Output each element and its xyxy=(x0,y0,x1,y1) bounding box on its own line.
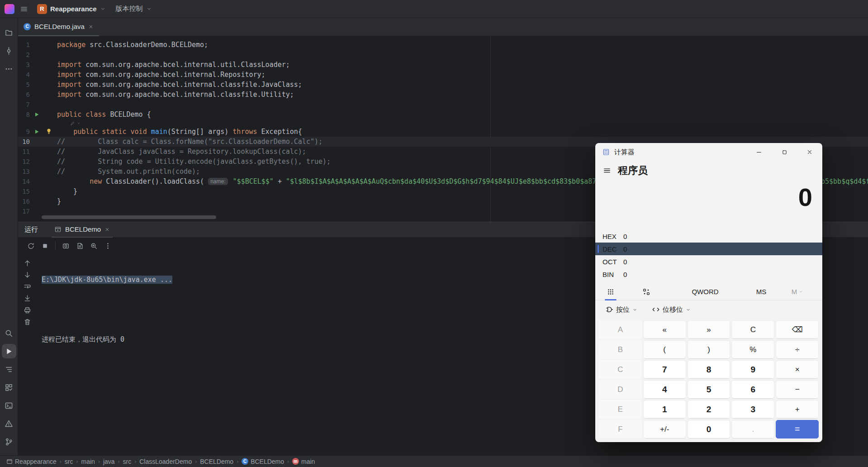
line-number[interactable]: 10 xyxy=(18,137,30,147)
line-number[interactable]: 8 xyxy=(18,110,30,119)
run-gutter-icon[interactable] xyxy=(33,129,40,135)
breadcrumb-item[interactable]: java xyxy=(103,458,115,465)
full-keypad-toggle[interactable] xyxy=(600,283,621,300)
breadcrumb-item[interactable]: CBCELDemo xyxy=(242,458,284,465)
line-number[interactable]: 3 xyxy=(18,60,30,70)
code-line-7[interactable]: 7 xyxy=(18,100,868,110)
calc-key-%[interactable]: % xyxy=(731,340,774,359)
memory-store-button[interactable]: MS xyxy=(743,288,779,295)
calc-key-«[interactable]: « xyxy=(643,320,686,339)
calc-key-+/-[interactable]: +/- xyxy=(643,420,686,438)
code-line-4[interactable]: 4import com.sun.org.apache.bcel.internal… xyxy=(18,70,868,80)
scroll-up-icon[interactable] xyxy=(24,259,31,267)
code-line-3[interactable]: 3import com.sun.org.apache.bcel.internal… xyxy=(18,60,868,70)
bitshift-dropdown[interactable]: 位移位 xyxy=(648,304,694,316)
line-number[interactable]: 17 xyxy=(18,206,30,216)
code-line-6[interactable]: 6import com.sun.org.apache.bcel.internal… xyxy=(18,90,868,100)
calc-key-)[interactable]: ) xyxy=(688,340,730,359)
tool-stripe-version-control-icon[interactable] xyxy=(2,434,16,449)
breadcrumb-item[interactable]: BCELDemo xyxy=(200,458,233,465)
vcs-widget[interactable]: 版本控制 xyxy=(112,3,156,15)
calc-key-9[interactable]: 9 xyxy=(731,360,774,379)
calc-maximize-button[interactable] xyxy=(772,143,797,161)
line-number[interactable]: 16 xyxy=(18,196,30,206)
capture-snapshot-icon[interactable] xyxy=(62,242,70,250)
calc-key-1[interactable]: 1 xyxy=(643,400,686,419)
tool-stripe-commit-icon[interactable] xyxy=(2,43,16,58)
breadcrumb-item[interactable]: main xyxy=(81,458,95,465)
tool-stripe-problems-icon[interactable] xyxy=(2,416,16,431)
line-number[interactable]: 9 xyxy=(18,127,30,137)
breadcrumb-item[interactable]: Reappearance xyxy=(6,458,57,465)
editor-tab-bceldemo[interactable]: C BCELDemo.java xyxy=(18,18,99,36)
tool-stripe-services-icon[interactable] xyxy=(2,380,16,395)
clear-all-icon[interactable] xyxy=(24,318,31,326)
calc-menu-button[interactable] xyxy=(598,162,616,179)
code-line-1[interactable]: 1package src.ClassLoaderDemo.BCELDemo; xyxy=(18,40,868,50)
line-number[interactable]: 1 xyxy=(18,40,30,50)
code-line-9[interactable]: 9 public static void main(String[] args)… xyxy=(18,127,868,137)
scroll-to-end-icon[interactable] xyxy=(24,295,31,302)
breadcrumb-item[interactable]: ClassLoaderDemo xyxy=(139,458,192,465)
horizontal-scrollbar[interactable] xyxy=(42,215,216,219)
calc-key-−[interactable]: − xyxy=(776,380,819,399)
stop-icon[interactable] xyxy=(41,242,49,250)
radix-row-bin[interactable]: BIN0 xyxy=(595,268,822,281)
calc-key-.[interactable]: . xyxy=(731,420,774,438)
code-line-5[interactable]: 5import com.sun.org.apache.bcel.internal… xyxy=(18,80,868,90)
calc-key-3[interactable]: 3 xyxy=(731,400,774,419)
calc-key-C[interactable]: C xyxy=(731,320,774,339)
breadcrumb-item[interactable]: mmain xyxy=(292,458,315,465)
calc-key-([interactable]: ( xyxy=(643,340,686,359)
code-line-2[interactable]: 2 xyxy=(18,50,868,60)
print-icon[interactable] xyxy=(24,306,31,314)
radix-row-hex[interactable]: HEX0 xyxy=(595,230,822,243)
line-number[interactable]: 4 xyxy=(18,70,30,80)
line-number[interactable]: 11 xyxy=(18,147,30,157)
tool-stripe-project-icon[interactable] xyxy=(2,25,16,40)
calc-key-4[interactable]: 4 xyxy=(643,380,686,399)
line-number[interactable]: 14 xyxy=(18,176,30,186)
memory-menu-button[interactable]: M xyxy=(784,288,811,295)
calc-key-6[interactable]: 6 xyxy=(731,380,774,399)
breadcrumb-item[interactable]: src xyxy=(65,458,73,465)
calc-key-×[interactable]: × xyxy=(776,360,819,379)
calc-key-0[interactable]: 0 xyxy=(688,420,730,438)
tool-stripe-more-tool-windows-icon[interactable] xyxy=(2,62,16,76)
tool-stripe-find-icon[interactable] xyxy=(2,326,16,340)
thread-dump-icon[interactable] xyxy=(76,242,84,250)
line-number[interactable]: 5 xyxy=(18,80,30,90)
radix-row-dec[interactable]: DEC0 xyxy=(595,243,822,255)
calculator-titlebar[interactable]: 计算器 xyxy=(595,143,822,161)
line-number[interactable]: 12 xyxy=(18,157,30,167)
run-tab-bceldemo[interactable]: BCELDemo xyxy=(52,222,113,238)
console-command-line[interactable]: E:\JDK\jdk-8u65\bin\java.exe ... xyxy=(42,276,172,284)
more-options-icon[interactable] xyxy=(104,242,112,250)
intention-bulb-icon[interactable] xyxy=(46,128,52,134)
calc-key-2[interactable]: 2 xyxy=(688,400,730,419)
calc-minimize-button[interactable] xyxy=(746,143,772,161)
tool-stripe-run-icon[interactable] xyxy=(2,344,16,358)
calc-key-7[interactable]: 7 xyxy=(643,360,686,379)
line-number[interactable]: 13 xyxy=(18,167,30,176)
bitwise-dropdown[interactable]: 按位 xyxy=(602,304,641,316)
calc-key-÷[interactable]: ÷ xyxy=(776,340,819,359)
tool-stripe-structure-icon[interactable] xyxy=(2,362,16,376)
calc-key-⌫[interactable]: ⌫ xyxy=(776,320,819,339)
line-number[interactable]: 2 xyxy=(18,50,30,60)
radix-row-oct[interactable]: OCT0 xyxy=(595,255,822,268)
word-size-toggle[interactable]: QWORD xyxy=(683,288,728,295)
close-run-tab-icon[interactable] xyxy=(104,227,110,232)
rerun-icon[interactable] xyxy=(27,242,35,250)
scroll-down-icon[interactable] xyxy=(24,271,31,279)
project-widget[interactable]: R Reappearance xyxy=(33,2,109,16)
code-line-8[interactable]: 8public class BCELDemo { xyxy=(18,110,868,119)
run-gutter-icon[interactable] xyxy=(33,111,40,118)
line-number[interactable]: 7 xyxy=(18,100,30,110)
calc-key-8[interactable]: 8 xyxy=(688,360,730,379)
bit-toggle-keypad[interactable] xyxy=(636,283,657,300)
calc-close-button[interactable] xyxy=(797,143,822,161)
calc-key-+[interactable]: + xyxy=(776,400,819,419)
close-tab-icon[interactable] xyxy=(88,24,94,29)
line-number[interactable]: 6 xyxy=(18,90,30,100)
